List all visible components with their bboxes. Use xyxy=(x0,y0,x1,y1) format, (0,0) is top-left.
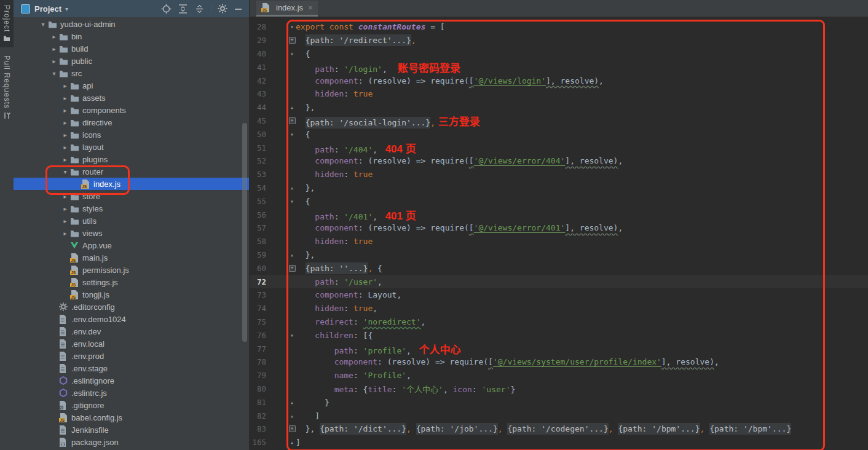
code-line-29[interactable]: 29+ {path: '/redirect'...}, xyxy=(250,34,868,47)
chevron-down-icon[interactable]: ▾ xyxy=(38,21,48,28)
tab-index-js[interactable]: JS index.js × xyxy=(256,1,318,17)
tree-item-permission.js[interactable]: JSpermission.js xyxy=(14,264,249,276)
code-area[interactable]: 28▾export const constantRoutes = [29+ {p… xyxy=(250,17,868,450)
tree-item-yudao-ui-admin[interactable]: ▾yudao-ui-admin xyxy=(14,18,249,30)
tree-item-assets[interactable]: ▸assets xyxy=(14,92,249,104)
chevron-right-icon[interactable]: ▸ xyxy=(60,132,70,138)
code-line-76[interactable]: 76▾ children: [{ xyxy=(250,328,868,342)
tree-item-plugins[interactable]: ▸plugins xyxy=(14,153,249,165)
code-line-59[interactable]: 59▴ }, xyxy=(250,248,868,262)
tree-item-src[interactable]: ▾src xyxy=(14,67,249,79)
chevron-down-icon[interactable]: ▾ xyxy=(49,70,59,77)
collapse-selection-icon[interactable] xyxy=(194,4,205,14)
strip-tab-project[interactable]: Project xyxy=(0,0,14,47)
code-line-75[interactable]: 75 redirect: 'noredirect', xyxy=(250,315,868,329)
tree-item-env.prod[interactable]: .env.prod xyxy=(14,350,249,362)
tree-item-bin[interactable]: ▸bin xyxy=(14,30,249,42)
fold-up-icon[interactable]: ▴ xyxy=(288,439,296,446)
tree-item-index.js[interactable]: JSindex.js xyxy=(14,178,249,190)
tree-item-jenkinsfile[interactable]: Jenkinsfile xyxy=(14,424,249,436)
tree-item-env.stage[interactable]: .env.stage xyxy=(14,362,249,374)
tree-item-env.dev[interactable]: .env.dev xyxy=(14,325,249,338)
chevron-right-icon[interactable]: ▸ xyxy=(49,33,59,40)
chevron-right-icon[interactable]: ▸ xyxy=(60,144,70,151)
code-line-55[interactable]: 55▾ { xyxy=(250,194,868,208)
chevron-right-icon[interactable]: ▸ xyxy=(60,82,70,89)
code-line-79[interactable]: 79 name: 'Profile', xyxy=(250,369,868,382)
tree-item-directive[interactable]: ▸directive xyxy=(14,116,249,128)
chevron-down-icon[interactable]: ▾ xyxy=(65,6,68,12)
close-icon[interactable]: × xyxy=(308,3,313,12)
chevron-right-icon[interactable]: ▸ xyxy=(60,107,70,114)
chevron-right-icon[interactable]: ▸ xyxy=(60,205,70,212)
code-line-40[interactable]: 40▾ { xyxy=(250,47,868,61)
tree-item-styles[interactable]: ▸styles xyxy=(14,202,249,215)
folded-code-chunk[interactable]: {path: '/bpm'...} xyxy=(618,423,700,435)
code-line-56[interactable]: 56 path: '/401', 401 页 xyxy=(250,208,868,221)
folded-code-chunk[interactable]: {path: ''...} xyxy=(306,262,368,274)
tree-item-gitignore[interactable]: .gitignore xyxy=(14,399,249,411)
code-line-58[interactable]: 58 hidden: true xyxy=(250,235,868,248)
locate-icon[interactable] xyxy=(161,4,172,14)
fold-down-icon[interactable]: ▾ xyxy=(288,50,296,57)
fold-up-icon[interactable]: ▴ xyxy=(288,399,296,406)
code-line-82[interactable]: 82▴ ] xyxy=(250,409,868,422)
tree-item-eslintignore[interactable]: .eslintignore xyxy=(14,374,249,387)
fold-down-icon[interactable]: ▾ xyxy=(288,131,296,138)
code-line-165[interactable]: 165▴] xyxy=(250,436,868,449)
code-line-50[interactable]: 50▾ { xyxy=(250,127,868,141)
tree-item-api[interactable]: ▸api xyxy=(14,79,249,92)
tree-item-utils[interactable]: ▸utils xyxy=(14,215,249,227)
chevron-right-icon[interactable]: ▸ xyxy=(49,45,59,52)
tree-item-env.local[interactable]: .env.local xyxy=(14,338,249,350)
code-line-41[interactable]: 41 path: '/login', 账号密码登录 xyxy=(250,60,868,74)
tree-item-tongji.js[interactable]: JStongji.js xyxy=(14,288,249,301)
code-line-43[interactable]: 43 hidden: true xyxy=(250,87,868,101)
code-line-78[interactable]: 78 component: (resolve) => require(['@/v… xyxy=(250,355,868,369)
fold-down-icon[interactable]: ▾ xyxy=(288,23,296,30)
code-line-45[interactable]: 45+ {path: '/social-login'...}, 三方登录 xyxy=(250,114,868,128)
fold-plus-icon[interactable]: + xyxy=(288,37,296,44)
tree-item-env.demo1024[interactable]: .env.demo1024 xyxy=(14,313,249,325)
tree-item-store[interactable]: ▸store xyxy=(14,190,249,202)
fold-plus-icon[interactable]: + xyxy=(288,425,296,432)
chevron-right-icon[interactable]: ▸ xyxy=(60,119,70,126)
fold-plus-icon[interactable]: + xyxy=(288,117,296,124)
chevron-right-icon[interactable]: ▸ xyxy=(60,156,70,163)
tree-item-app.vue[interactable]: App.vue xyxy=(14,239,249,251)
code-line-60[interactable]: 60+ {path: ''...}, { xyxy=(250,261,868,275)
fold-down-icon[interactable]: ▾ xyxy=(288,332,296,339)
code-line-72[interactable]: 72 path: '/user', xyxy=(250,275,868,288)
tree-item-babel.config.js[interactable]: JSbabel.config.js xyxy=(14,411,249,424)
code-line-51[interactable]: 51 path: '/404', 404 页 xyxy=(250,141,868,154)
code-line-28[interactable]: 28▾export const constantRoutes = [ xyxy=(250,20,868,34)
chevron-right-icon[interactable]: ▸ xyxy=(60,95,70,101)
fold-up-icon[interactable]: ▴ xyxy=(288,412,296,419)
fold-up-icon[interactable]: ▴ xyxy=(288,184,296,191)
tree-item-layout[interactable]: ▸layout xyxy=(14,141,249,153)
tree-item-icons[interactable]: ▸icons xyxy=(14,128,249,141)
folded-code-chunk[interactable]: {path: '/codegen'...} xyxy=(507,423,608,435)
tree-item-components[interactable]: ▸components xyxy=(14,104,249,116)
code-line-53[interactable]: 53 hidden: true xyxy=(250,168,868,181)
hide-icon[interactable] xyxy=(234,4,243,14)
tree-item-settings.js[interactable]: JSsettings.js xyxy=(14,276,249,288)
fold-plus-icon[interactable]: + xyxy=(288,265,296,272)
tree-item-router[interactable]: ▾router xyxy=(14,165,249,178)
chevron-right-icon[interactable]: ▸ xyxy=(49,58,59,65)
chevron-right-icon[interactable]: ▸ xyxy=(60,230,70,237)
fold-up-icon[interactable]: ▴ xyxy=(288,251,296,258)
tree-item-views[interactable]: ▸views xyxy=(14,227,249,239)
chevron-right-icon[interactable]: ▸ xyxy=(60,218,70,224)
folded-code-chunk[interactable]: {path: '/social-login'...} xyxy=(306,117,431,128)
code-line-73[interactable]: 73 component: Layout, xyxy=(250,288,868,302)
tree-item-public[interactable]: ▸public xyxy=(14,55,249,67)
collapse-all-icon[interactable] xyxy=(178,4,188,14)
tree-item-editorconfig[interactable]: .editorconfig xyxy=(14,301,249,313)
code-line-52[interactable]: 52 component: (resolve) => require(['@/v… xyxy=(250,154,868,168)
folded-code-chunk[interactable]: {path: '/redirect'...} xyxy=(306,34,411,46)
code-line-77[interactable]: 77 path: 'profile', 个人中心 xyxy=(250,342,868,355)
folded-code-chunk[interactable]: {path: '/dict'...} xyxy=(320,423,406,435)
fold-down-icon[interactable]: ▾ xyxy=(288,198,296,205)
code-line-83[interactable]: 83+ }, {path: '/dict'...}, {path: '/job'… xyxy=(250,422,868,436)
